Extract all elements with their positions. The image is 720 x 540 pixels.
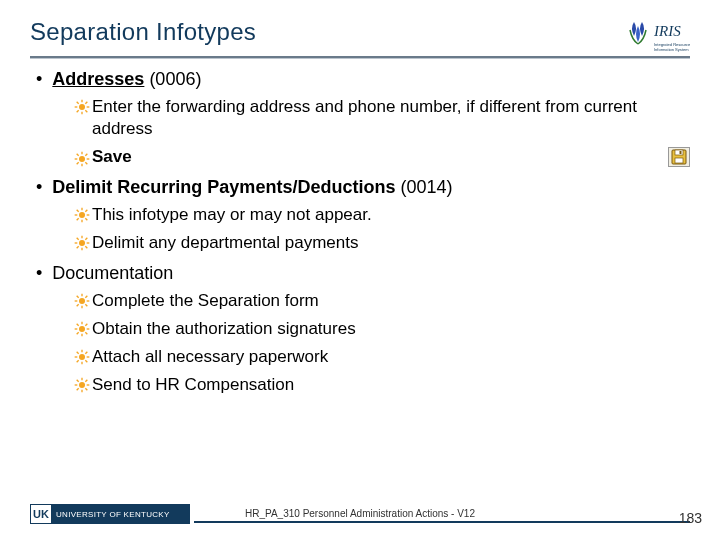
svg-line-32: [85, 210, 87, 212]
bullet-level2-text: This infotype may or may not appear.: [92, 204, 690, 226]
svg-line-8: [85, 110, 87, 112]
bullet-level1: •Documentation: [36, 262, 690, 284]
iris-logo-text: IRIS: [653, 23, 681, 39]
svg-point-11: [79, 156, 85, 162]
svg-point-2: [79, 104, 85, 110]
sun-bullet-icon: [74, 99, 90, 115]
svg-line-7: [77, 102, 79, 104]
svg-line-75: [85, 388, 87, 390]
sun-bullet-icon: [74, 377, 90, 393]
title-underline: [30, 56, 690, 58]
bullet-dot-icon: •: [36, 262, 42, 284]
svg-line-66: [85, 360, 87, 362]
bullet-level2-text: Enter the forwarding address and phone n…: [92, 96, 690, 140]
footer: UK UNIVERSITY OF KENTUCKY HR_PA_310 Pers…: [0, 504, 720, 524]
svg-line-77: [85, 380, 87, 382]
bullet-level1-text: Addresses (0006): [52, 68, 201, 90]
svg-text:Information System: Information System: [654, 47, 689, 52]
svg-line-30: [85, 218, 87, 220]
svg-line-19: [85, 153, 87, 155]
bullet-level2: Delimit any departmental payments: [74, 232, 690, 254]
svg-line-48: [85, 304, 87, 306]
bullet-level1-text: Documentation: [52, 262, 173, 284]
svg-line-17: [85, 162, 87, 164]
bullet-level1-text: Delimit Recurring Payments/Deductions (0…: [52, 176, 452, 198]
svg-point-60: [79, 354, 85, 360]
page-number: 183: [679, 510, 702, 526]
svg-point-24: [79, 212, 85, 218]
svg-line-67: [77, 360, 79, 362]
svg-line-40: [77, 246, 79, 248]
bullet-level2-text: Complete the Separation form: [92, 290, 690, 312]
svg-line-41: [85, 238, 87, 240]
bullet-level2-text: Obtain the authorization signatures: [92, 318, 690, 340]
bullet-level2-text: Save: [92, 146, 660, 168]
sun-bullet-icon: [74, 207, 90, 223]
bullet-level2: Complete the Separation form: [74, 290, 690, 312]
bullet-level1: •Delimit Recurring Payments/Deductions (…: [36, 176, 690, 198]
bullet-dot-icon: •: [36, 68, 42, 90]
bullet-level2-text: Delimit any departmental payments: [92, 232, 690, 254]
svg-line-50: [85, 296, 87, 298]
svg-rect-21: [675, 150, 683, 155]
sun-bullet-icon: [74, 321, 90, 337]
sun-bullet-icon: [74, 349, 90, 365]
svg-line-68: [85, 352, 87, 354]
bullet-level2: Enter the forwarding address and phone n…: [74, 96, 690, 140]
bullet-level2: Attach all necessary paperwork: [74, 346, 690, 368]
svg-line-39: [85, 246, 87, 248]
svg-line-59: [85, 324, 87, 326]
svg-line-56: [77, 324, 79, 326]
svg-line-74: [77, 380, 79, 382]
page-title: Separation Infotypes: [30, 18, 256, 46]
svg-line-58: [77, 332, 79, 334]
svg-point-51: [79, 326, 85, 332]
svg-rect-23: [680, 151, 682, 154]
iris-logo: IRIS Integrated Resource Information Sys…: [622, 18, 690, 54]
bullet-level2-text: Send to HR Compensation: [92, 374, 690, 396]
svg-line-57: [85, 332, 87, 334]
save-icon: [668, 147, 690, 167]
sun-bullet-icon: [74, 151, 90, 167]
svg-line-76: [77, 388, 79, 390]
bullet-dot-icon: •: [36, 176, 42, 198]
svg-line-49: [77, 304, 79, 306]
footer-caption: HR_PA_310 Personnel Administration Actio…: [0, 508, 720, 519]
svg-line-38: [77, 238, 79, 240]
sun-bullet-icon: [74, 235, 90, 251]
bullet-level2: This infotype may or may not appear.: [74, 204, 690, 226]
bullet-level1: •Addresses (0006): [36, 68, 690, 90]
svg-point-42: [79, 298, 85, 304]
bullet-level2: Save: [74, 146, 690, 168]
sun-bullet-icon: [74, 293, 90, 309]
svg-line-29: [77, 210, 79, 212]
svg-line-65: [77, 352, 79, 354]
svg-line-47: [77, 296, 79, 298]
bullet-level2: Obtain the authorization signatures: [74, 318, 690, 340]
svg-line-10: [85, 102, 87, 104]
svg-line-16: [77, 153, 79, 155]
bullet-level2-text: Attach all necessary paperwork: [92, 346, 690, 368]
svg-line-31: [77, 218, 79, 220]
svg-point-33: [79, 240, 85, 246]
bullet-level2: Send to HR Compensation: [74, 374, 690, 396]
svg-line-9: [77, 110, 79, 112]
svg-rect-22: [675, 158, 683, 163]
svg-line-18: [77, 162, 79, 164]
svg-point-69: [79, 382, 85, 388]
